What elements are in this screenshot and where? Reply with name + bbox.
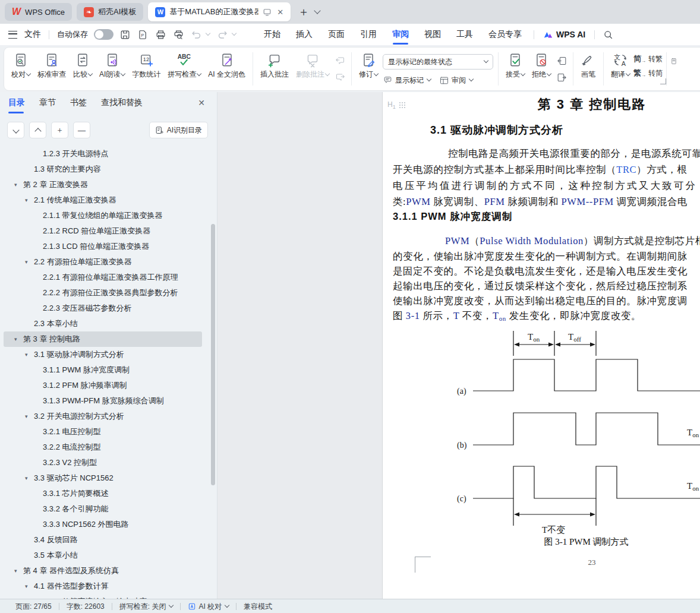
toc-item[interactable]: ▾第 3 章 控制电路 — [4, 331, 202, 347]
toc-item[interactable]: 1.2.3 开关电源特点 — [0, 146, 209, 162]
toc-item[interactable]: 3.2.3 V2 控制型 — [0, 455, 209, 470]
undo-chevron-icon[interactable] — [206, 31, 210, 36]
redo-chevron-icon[interactable] — [232, 31, 237, 36]
toc-item[interactable]: ▾第 2 章 正激变换器 — [0, 177, 209, 192]
next-comment-button[interactable] — [335, 72, 346, 83]
tab-wps-office[interactable]: W WPS Office — [5, 3, 72, 21]
file-menu[interactable]: 文件 — [21, 29, 45, 40]
spell-check-button[interactable]: ABC拼写检查 — [164, 50, 204, 80]
toc-item[interactable]: 2.1.3 LCD 箝位单端正激变换器 — [0, 239, 209, 254]
toc-item[interactable]: 3.3.2 各个引脚功能 — [0, 501, 209, 517]
tab-tools[interactable]: 工具 — [449, 24, 481, 45]
toc-collapse-arrow[interactable]: ▾ — [25, 254, 34, 270]
document-page[interactable]: H1 第 3 章 控制电路 3.1 驱动脉冲调制方式分析 控制电路是高频开关电源… — [382, 92, 700, 599]
redo-button[interactable] — [216, 28, 229, 41]
spell-check-status[interactable]: 拼写检查: 关闭 — [112, 602, 181, 612]
tab-insert[interactable]: 插入 — [288, 24, 320, 45]
toc-item[interactable]: 3.2.1 电压控制型 — [0, 424, 209, 440]
group-expand-icon[interactable] — [660, 78, 666, 84]
tab-view[interactable]: 视图 — [417, 24, 449, 45]
track-changes-button[interactable]: 修订 — [355, 50, 381, 80]
tab-document[interactable]: W 基于MATLAB的正激变换器的 ✕ — [148, 2, 291, 21]
toc-item[interactable]: ▾4.1 器件选型参数计算 — [0, 579, 209, 594]
ai-proofread-status[interactable]: AI 校对 — [181, 602, 236, 612]
ai-polish-button[interactable]: AI 全文润色 — [204, 50, 249, 80]
print-preview-button[interactable] — [172, 28, 185, 41]
toc-next-heading-button[interactable] — [7, 122, 24, 138]
toc-item[interactable]: ▾2.2 有源箝位单端正激变换器 — [0, 254, 209, 270]
export-pdf-button[interactable]: P — [136, 28, 149, 41]
to-traditional-button[interactable]: 简→转繁 — [633, 53, 663, 64]
show-markup-button[interactable]: 显示标记 — [383, 74, 431, 87]
toc-previous-heading-button[interactable] — [29, 122, 46, 138]
toc-collapse-arrow[interactable]: ▾ — [14, 177, 23, 192]
toc-item[interactable]: 2.2.3 变压器磁芯参数分析 — [0, 301, 209, 316]
standard-review-button[interactable]: 标准审查 — [34, 50, 70, 80]
toc-collapse-arrow[interactable]: ▾ — [14, 331, 23, 347]
toc-item[interactable]: 2.1.2 RCD 箝位单端正激变换器 — [0, 223, 209, 239]
tab-list-chevron-icon[interactable] — [314, 7, 321, 14]
next-change-button[interactable] — [556, 72, 567, 83]
toc-item[interactable]: 3.3.1 芯片简要概述 — [0, 486, 209, 501]
insert-comment-button[interactable]: 插入批注 — [257, 50, 292, 80]
word-count-button[interactable]: 12字数统计 — [128, 50, 164, 80]
ai-read-button[interactable]: AI朗读 — [96, 50, 128, 80]
sidebar-tab-contents[interactable]: 目录 — [8, 97, 25, 109]
new-tab-button[interactable]: ＋ — [298, 4, 309, 20]
toc-item[interactable]: 2.2.1 有源箝位单端正激变换器工作原理 — [0, 270, 209, 285]
toc-item[interactable]: ▾3.3 驱动芯片 NCP1562 — [0, 470, 209, 486]
toc-collapse-arrow[interactable]: ▾ — [25, 192, 34, 208]
search-icon[interactable] — [601, 28, 614, 41]
toc-collapse-arrow[interactable]: ▾ — [25, 470, 34, 486]
sidebar-close-icon[interactable]: ✕ — [198, 98, 205, 108]
compare-button[interactable]: 比较 — [70, 50, 96, 80]
toc-item[interactable]: ▾3.4 反馈回路 — [0, 532, 209, 548]
previous-comment-button[interactable] — [335, 55, 346, 67]
tab-close-icon[interactable]: ✕ — [277, 8, 283, 17]
review-pane-button[interactable]: 审阅 — [439, 74, 473, 87]
toc-item[interactable]: 3.3.3 NCP1562 外围电路 — [0, 517, 209, 532]
tab-docer-templates[interactable]: ❧ 稻壳AI模板 — [77, 3, 143, 21]
toc-item[interactable]: ▾2.3 本章小结 — [0, 316, 209, 331]
sidebar-tab-bookmarks[interactable]: 书签 — [70, 97, 87, 109]
pen-button[interactable]: 画笔 — [577, 50, 600, 80]
sidebar-tab-chapters[interactable]: 章节 — [39, 97, 56, 109]
toc-collapse-button[interactable]: — — [73, 122, 90, 138]
sidebar-tab-find-replace[interactable]: 查找和替换 — [101, 97, 143, 109]
save-button[interactable] — [118, 28, 131, 41]
print-button[interactable] — [154, 28, 167, 41]
undo-button[interactable] — [190, 28, 203, 41]
autosave-toggle[interactable] — [94, 29, 113, 40]
toc-item[interactable]: ▾3.5 本章小结 — [0, 548, 209, 563]
toc-item[interactable]: ▾3.2 开关电源控制方式分析 — [0, 409, 209, 424]
tab-reference[interactable]: 引用 — [352, 24, 384, 45]
word-count-indicator[interactable]: 字数: 22603 — [59, 602, 112, 612]
reject-button[interactable]: 拒绝 — [528, 50, 554, 80]
tab-home[interactable]: 开始 — [256, 24, 288, 45]
delete-comment-button[interactable]: 删除批注 — [292, 50, 333, 80]
toc-item[interactable]: 4.1.1 估算直流输入、输出功率 — [0, 594, 209, 599]
proofread-button[interactable]: 校对 — [8, 50, 34, 80]
toc-item[interactable]: 2.2.2 有源箝位正激变换器典型参数分析 — [0, 285, 209, 301]
page-indicator[interactable]: 页面: 27/65 — [8, 602, 59, 612]
tab-review[interactable]: 审阅 — [384, 24, 417, 45]
toc-item[interactable]: ▾1.3 研究的主要内容 — [0, 162, 209, 177]
toc-item[interactable]: 3.1.3 PWM-PFM 脉宽脉频综合调制 — [0, 393, 209, 409]
toc-collapse-arrow[interactable]: ▾ — [25, 579, 34, 594]
ai-recognize-toc-button[interactable]: AI识别目录 — [149, 122, 208, 138]
translate-button[interactable]: 文A翻译 — [607, 50, 633, 80]
toc-item[interactable]: 3.2.2 电流控制型 — [0, 440, 209, 455]
clipped-ribbon-button[interactable] — [668, 48, 680, 90]
toc-item[interactable]: 3.1.1 PWM 脉冲宽度调制 — [0, 362, 209, 378]
toc-item[interactable]: 3.1.2 PFM 脉冲频率调制 — [0, 378, 209, 393]
toc-collapse-arrow[interactable]: ▾ — [25, 347, 34, 362]
markup-state-select[interactable]: 显示标记的最终状态 — [383, 54, 493, 69]
toc-expand-button[interactable]: ＋ — [51, 122, 68, 138]
tab-member[interactable]: 会员专享 — [481, 24, 529, 45]
toc-collapse-arrow[interactable]: ▾ — [14, 563, 23, 579]
hamburger-menu-icon[interactable] — [8, 31, 17, 39]
previous-change-button[interactable] — [556, 55, 567, 67]
to-simplified-button[interactable]: 繁→转简 — [633, 68, 663, 78]
tab-page[interactable]: 页面 — [320, 24, 352, 45]
sidebar-scrollbar[interactable] — [211, 224, 215, 485]
